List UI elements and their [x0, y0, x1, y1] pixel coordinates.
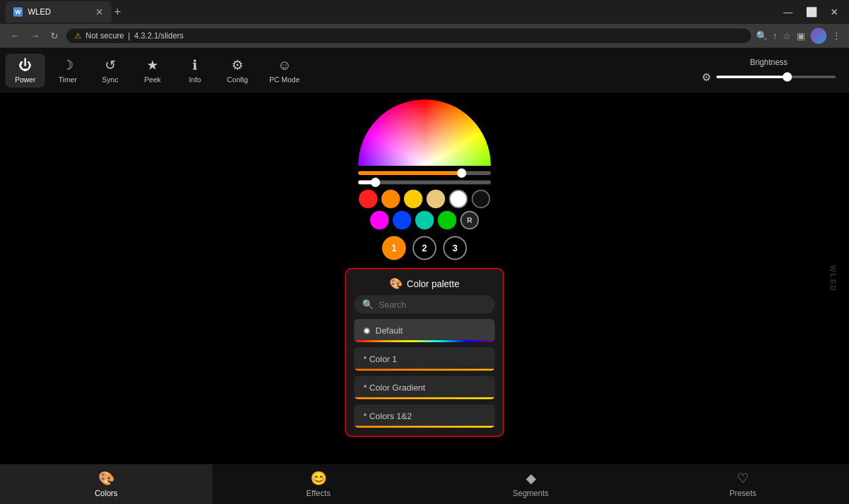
color1-palette-bar [354, 369, 495, 371]
hue-slider[interactable] [358, 171, 491, 175]
pcmode-icon: ☺ [278, 58, 291, 73]
timer-label: Timer [58, 76, 77, 84]
browser-actions: 🔍 ↑ ☆ ▣ ⋮ [756, 28, 841, 44]
app-bar: ⏻ Power ☽ Timer ↺ Sync ★ Peek ℹ Info ⚙ C… [0, 48, 849, 93]
default-palette-bar [354, 340, 495, 342]
palette-item-color1[interactable]: * Color 1 [354, 347, 495, 371]
pcmode-button[interactable]: ☺ PC Mode [260, 54, 309, 88]
nav-segments-button[interactable]: ◆ Segments [424, 464, 637, 504]
sync-icon: ↺ [105, 57, 116, 73]
palette-title: Color palette [407, 279, 459, 289]
color-slot-2-button[interactable]: 2 [413, 236, 436, 260]
config-icon: ⚙ [231, 57, 243, 73]
swatch-yellow[interactable] [404, 190, 423, 208]
search-action-button[interactable]: 🔍 [756, 31, 767, 41]
default-palette-dot [363, 328, 370, 334]
config-label: Config [227, 76, 248, 84]
share-button[interactable]: ↑ [773, 31, 777, 41]
brightness-slider[interactable] [716, 76, 836, 78]
palette-search-box[interactable]: 🔍 [354, 295, 495, 314]
swatch-warm-white[interactable] [426, 190, 445, 208]
colors-nav-icon: 🎨 [98, 470, 115, 486]
presets-nav-label: Presets [730, 489, 757, 498]
minimize-button[interactable]: — [778, 0, 798, 24]
palette-item-colors12-label: * Colors 1&2 [363, 411, 412, 421]
security-warning-icon: ⚠ [74, 31, 82, 40]
palette-item-colors12[interactable]: * Colors 1&2 [354, 405, 495, 428]
swatch-magenta[interactable] [370, 211, 389, 229]
color-slot-buttons: 1 2 3 [382, 236, 467, 260]
sidebar-toggle-button[interactable]: ▣ [797, 31, 805, 41]
sync-label: Sync [102, 76, 118, 84]
swatch-green[interactable] [438, 211, 456, 229]
color-wheel-container[interactable] [358, 99, 491, 166]
swatch-blue[interactable] [393, 211, 411, 229]
palette-search-input[interactable] [379, 300, 490, 310]
maximize-button[interactable]: ⬜ [801, 0, 822, 24]
address-text: Not secure [86, 31, 124, 40]
sliders-area [358, 171, 491, 184]
palette-item-default-label: Default [375, 326, 403, 336]
effects-nav-icon: 😊 [310, 470, 327, 486]
palette-item-default[interactable]: Default [354, 319, 495, 342]
address-input[interactable]: ⚠ Not secure | 4.3.2.1/sliders [66, 29, 751, 43]
info-button[interactable]: ℹ Info [175, 53, 215, 88]
brightness-area: Brightness ⚙ [702, 58, 844, 84]
new-tab-button[interactable]: + [114, 5, 121, 19]
active-tab[interactable]: W WLED ✕ [5, 1, 111, 23]
address-url: 4.3.2.1/sliders [134, 31, 184, 40]
swatch-cyan[interactable] [415, 211, 434, 229]
color-palette-panel: 🎨 Color palette 🔍 Default * Color 1 * Co… [345, 268, 504, 437]
sync-button[interactable]: ↺ Sync [90, 53, 130, 88]
profile-avatar[interactable] [811, 28, 826, 44]
peek-label: Peek [144, 76, 161, 84]
brightness-icon: ⚙ [702, 71, 711, 84]
pcmode-label: PC Mode [269, 76, 300, 84]
timer-button[interactable]: ☽ Timer [48, 53, 88, 88]
palette-item-color1-label: * Color 1 [363, 354, 397, 364]
nav-effects-button[interactable]: 😊 Effects [212, 464, 424, 504]
close-window-button[interactable]: ✕ [825, 0, 844, 24]
config-button[interactable]: ⚙ Config [218, 53, 257, 88]
tab-close-button[interactable]: ✕ [96, 7, 103, 17]
colors-nav-label: Colors [95, 489, 118, 498]
nav-colors-button[interactable]: 🎨 Colors [0, 464, 212, 504]
peek-button[interactable]: ★ Peek [133, 53, 172, 88]
swatches-row-2: R [370, 211, 479, 229]
brightness-label: Brightness [750, 58, 788, 67]
back-button[interactable]: ← [8, 29, 23, 42]
menu-button[interactable]: ⋮ [832, 31, 841, 41]
power-button[interactable]: ⏻ Power [5, 54, 45, 88]
presets-nav-icon: ♡ [737, 470, 749, 486]
palette-item-colorgradient-label: * Color Gradient [363, 383, 425, 393]
color-slot-1-button[interactable]: 1 [382, 236, 406, 260]
power-label: Power [15, 76, 35, 84]
forward-button[interactable]: → [28, 29, 42, 42]
color-slot-3-button[interactable]: 3 [443, 236, 467, 260]
reload-button[interactable]: ↻ [48, 29, 61, 42]
power-icon: ⏻ [19, 58, 32, 73]
swatch-orange[interactable] [381, 190, 400, 208]
bookmark-button[interactable]: ☆ [783, 31, 791, 41]
palette-header: 🎨 Color palette [354, 277, 495, 290]
palette-item-colorgradient[interactable]: * Color Gradient [354, 376, 495, 399]
search-icon: 🔍 [362, 299, 373, 310]
browser-chrome: W WLED ✕ + — ⬜ ✕ ← → ↻ ⚠ Not secure | 4.… [0, 0, 849, 48]
address-bar: ← → ↻ ⚠ Not secure | 4.3.2.1/sliders 🔍 ↑… [0, 24, 849, 48]
swatch-red[interactable] [359, 190, 377, 208]
info-icon: ℹ [192, 57, 198, 73]
saturation-slider[interactable] [358, 180, 491, 184]
random-color-button[interactable]: R [460, 211, 479, 229]
wled-watermark: WLED [829, 265, 837, 292]
swatch-off[interactable] [472, 190, 490, 208]
swatch-white[interactable] [449, 190, 468, 208]
address-separator: | [128, 31, 130, 40]
brightness-row: ⚙ [702, 71, 836, 84]
effects-nav-label: Effects [306, 489, 330, 498]
colorgradient-palette-bar [354, 397, 495, 399]
nav-presets-button[interactable]: ♡ Presets [637, 464, 849, 504]
color-wheel[interactable] [358, 99, 491, 166]
bottom-navigation: 🎨 Colors 😊 Effects ◆ Segments ♡ Presets [0, 464, 849, 504]
color-wheel-overlay [358, 99, 491, 166]
tab-favicon: W [13, 7, 23, 17]
